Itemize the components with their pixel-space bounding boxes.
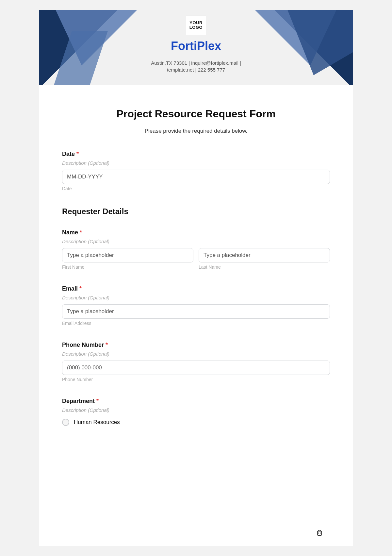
phone-sublabel: Phone Number (62, 377, 330, 382)
email-field: Email * Description (Optional) Email Add… (62, 285, 330, 326)
date-sublabel: Date (62, 186, 330, 191)
phone-label: Phone Number (62, 342, 104, 348)
department-label: Department (62, 398, 95, 404)
first-name-sublabel: First Name (62, 264, 193, 270)
date-input[interactable] (62, 170, 330, 184)
email-label: Email (62, 285, 78, 292)
radio-icon (62, 419, 69, 426)
contact-info: Austin,TX 73301 | inquire@fortiplex.mail… (151, 59, 241, 73)
phone-input[interactable] (62, 361, 330, 375)
trash-icon[interactable] (316, 529, 323, 538)
section-requester-details: Requester Details (62, 207, 330, 216)
logo-placeholder: YOUR LOGO (186, 15, 206, 35)
required-asterisk: * (79, 285, 82, 292)
form-subtitle: Please provide the required details belo… (62, 128, 330, 134)
last-name-input[interactable] (199, 248, 330, 262)
document-header: YOUR LOGO FortiPlex Austin,TX 73301 | in… (39, 10, 353, 85)
first-name-input[interactable] (62, 248, 193, 262)
email-input[interactable] (62, 304, 330, 319)
department-desc[interactable]: Description (Optional) (62, 407, 330, 413)
email-desc[interactable]: Description (Optional) (62, 295, 330, 300)
name-field: Name * Description (Optional) First Name… (62, 229, 330, 270)
department-field: Department * Description (Optional) Huma… (62, 398, 330, 428)
department-option-label: Human Resources (74, 419, 120, 426)
form-title: Project Resource Request Form (62, 108, 330, 120)
date-label: Date (62, 151, 75, 157)
name-label: Name (62, 229, 78, 236)
phone-field: Phone Number * Description (Optional) Ph… (62, 342, 330, 382)
required-asterisk: * (106, 342, 108, 348)
date-desc[interactable]: Description (Optional) (62, 160, 330, 166)
last-name-sublabel: Last Name (199, 264, 330, 270)
department-option-hr[interactable]: Human Resources (62, 417, 330, 428)
phone-desc[interactable]: Description (Optional) (62, 351, 330, 357)
required-asterisk: * (76, 151, 79, 157)
required-asterisk: * (96, 398, 99, 404)
date-field: Date * Description (Optional) Date (62, 151, 330, 191)
svg-rect-6 (318, 531, 321, 535)
name-desc[interactable]: Description (Optional) (62, 239, 330, 244)
required-asterisk: * (80, 229, 82, 236)
brand-name: FortiPlex (171, 39, 221, 53)
email-sublabel: Email Address (62, 321, 330, 326)
